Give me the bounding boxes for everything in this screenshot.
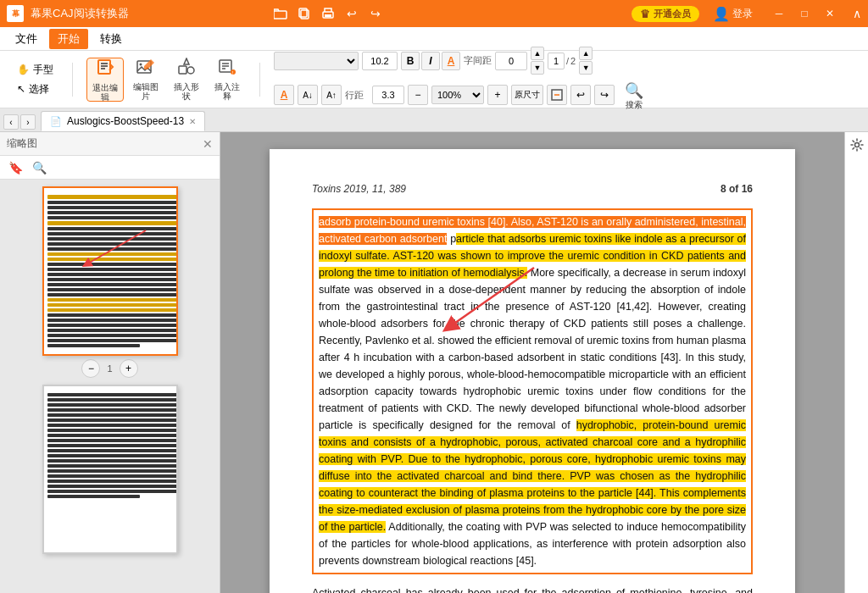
app-logo: 幕: [7, 5, 24, 22]
svg-rect-4: [325, 14, 331, 17]
insert-shape-icon: [176, 58, 197, 80]
tab-close-button[interactable]: ✕: [189, 117, 196, 126]
line-spacing-label: 行距: [345, 89, 369, 102]
sidebar-title: 缩略图: [7, 136, 37, 151]
paragraph-2: Activated charcoal has already been used…: [312, 585, 753, 593]
right-panel: [844, 132, 868, 593]
print-icon[interactable]: [319, 4, 337, 23]
document-tab[interactable]: 📄 Auslogics-BoostSpeed-13 ✕: [41, 111, 205, 131]
svg-point-12: [187, 67, 194, 74]
sidebar-search-button[interactable]: 🔍: [29, 158, 49, 178]
thumb-zoom-out-button[interactable]: −: [81, 359, 100, 378]
original-size-button[interactable]: 原尺寸: [511, 85, 543, 105]
sidebar-header: 缩略图 ✕: [0, 132, 220, 156]
italic-button[interactable]: I: [421, 52, 440, 70]
page-next[interactable]: ▼: [579, 61, 593, 75]
sidebar-close-button[interactable]: ✕: [203, 137, 213, 151]
thumb-zoom-in-button[interactable]: +: [120, 359, 138, 378]
page-indicator: 8 of 16: [721, 183, 753, 195]
thumb-page-2-content: [44, 386, 176, 552]
menu-convert[interactable]: 转换: [92, 29, 131, 49]
document-page: Toxins 2019, 11, 389 8 of 16 adsorb prot…: [270, 149, 795, 593]
tab-prev-button[interactable]: ‹: [3, 114, 19, 130]
zoom-select[interactable]: 100%: [431, 86, 484, 104]
hand-mode-button[interactable]: ✋ 手型: [12, 61, 58, 79]
sidebar-tools: 🔖 🔍: [0, 156, 220, 180]
char-spacing-down[interactable]: ▼: [531, 61, 544, 75]
page-width-button[interactable]: [547, 85, 567, 105]
zoom-out-button[interactable]: −: [408, 85, 428, 105]
divider-1: [72, 63, 73, 97]
vip-button[interactable]: ♛ 开通会员: [632, 6, 699, 22]
highlighted-paragraph: adsorb protein-bound uremic toxins [40].…: [312, 208, 753, 574]
zoom-in-button[interactable]: +: [487, 85, 508, 105]
titlebar-tools: ↩ ↪: [271, 4, 385, 23]
char-spacing-label: 字间距: [464, 54, 492, 67]
svg-rect-0: [274, 11, 287, 19]
font-size-input[interactable]: [362, 52, 398, 70]
thumbnail-area[interactable]: − 1 +: [0, 180, 220, 593]
insert-shape-button[interactable]: 插入形状: [168, 58, 205, 102]
page-prev[interactable]: ▲: [579, 47, 593, 60]
document-area[interactable]: Toxins 2019, 11, 389 8 of 16 adsorb prot…: [220, 132, 844, 593]
page-total: 2: [570, 56, 576, 66]
svg-point-10: [140, 64, 142, 66]
thumb-page-1-frame: [42, 186, 178, 356]
right-panel-settings-button[interactable]: [848, 136, 866, 154]
font-size-shrink-button[interactable]: A↓: [298, 85, 318, 105]
tab-file-icon: 📄: [50, 116, 62, 127]
insert-note-icon: !: [217, 58, 237, 80]
char-spacing-input[interactable]: [495, 52, 527, 70]
thumbnail-page-1[interactable]: − 1 +: [42, 186, 178, 378]
bold-button[interactable]: B: [401, 52, 420, 70]
collapse-ribbon-button[interactable]: ∧: [853, 7, 861, 20]
format-buttons: B I A: [401, 52, 460, 70]
svg-rect-11: [179, 66, 186, 74]
svg-marker-13: [184, 58, 189, 64]
insert-note-label: 插入注释: [213, 82, 242, 101]
redo-button[interactable]: ↪: [594, 85, 615, 105]
sidebar-bookmark-button[interactable]: 🔖: [5, 158, 25, 178]
undo-button[interactable]: ↩: [570, 85, 591, 105]
minimize-button[interactable]: ─: [766, 0, 792, 27]
char-spacing-up[interactable]: ▲: [531, 47, 544, 60]
page-header: Toxins 2019, 11, 389 8 of 16: [312, 183, 753, 195]
thumbnail-page-2[interactable]: [42, 385, 178, 554]
select-mode-button[interactable]: ↖ 选择: [12, 80, 58, 98]
undo-icon[interactable]: ↩: [342, 4, 361, 23]
edit-image-button[interactable]: 编辑图片: [127, 58, 164, 102]
login-button[interactable]: 👤 登录: [713, 6, 753, 22]
copy-icon[interactable]: [295, 4, 314, 23]
highlight-span-main: hydrophobic, protein-bound uremic toxins…: [319, 419, 746, 533]
font-size-grow-button[interactable]: A↑: [321, 85, 342, 105]
thumb-page-number-1: 1: [107, 363, 112, 374]
menu-file[interactable]: 文件: [7, 29, 46, 49]
mode-section: ✋ 手型 ↖ 选择: [7, 61, 64, 98]
edit-image-icon: [136, 58, 156, 80]
insert-note-button[interactable]: ! 插入注释: [209, 58, 246, 102]
edit-image-label: 编辑图片: [131, 82, 160, 101]
search-button[interactable]: 🔍 搜索: [618, 78, 650, 112]
redo-icon[interactable]: ↪: [366, 4, 385, 23]
app-title: 幕果CAJ阅读转换器: [31, 6, 264, 21]
edit-section: 退出编辑 编辑图片 插入形状: [81, 58, 251, 102]
close-button[interactable]: ✕: [817, 0, 843, 27]
tab-next-button[interactable]: ›: [20, 114, 36, 130]
exit-edit-button[interactable]: 退出编辑: [86, 58, 124, 102]
font-family-select[interactable]: [274, 52, 359, 70]
font-color-button[interactable]: A: [274, 85, 294, 105]
search-icon: 🔍: [625, 81, 643, 100]
open-folder-icon[interactable]: [271, 4, 290, 23]
toolbar: ✋ 手型 ↖ 选择 退出编辑: [0, 51, 868, 108]
main-area: 缩略图 ✕ 🔖 🔍: [0, 132, 868, 593]
page-controls: / 2: [548, 53, 576, 69]
line-spacing-input[interactable]: [372, 86, 404, 104]
svg-point-24: [854, 143, 859, 147]
page-current-input[interactable]: [548, 53, 565, 69]
maximize-button[interactable]: □: [792, 0, 817, 27]
tab-nav-arrows: ‹ ›: [3, 114, 36, 131]
thumb-controls-1: − 1 +: [81, 359, 137, 378]
tabbar: ‹ › 📄 Auslogics-BoostSpeed-13 ✕: [0, 108, 868, 132]
menu-start[interactable]: 开始: [49, 29, 88, 49]
underline-button[interactable]: A: [442, 52, 460, 70]
